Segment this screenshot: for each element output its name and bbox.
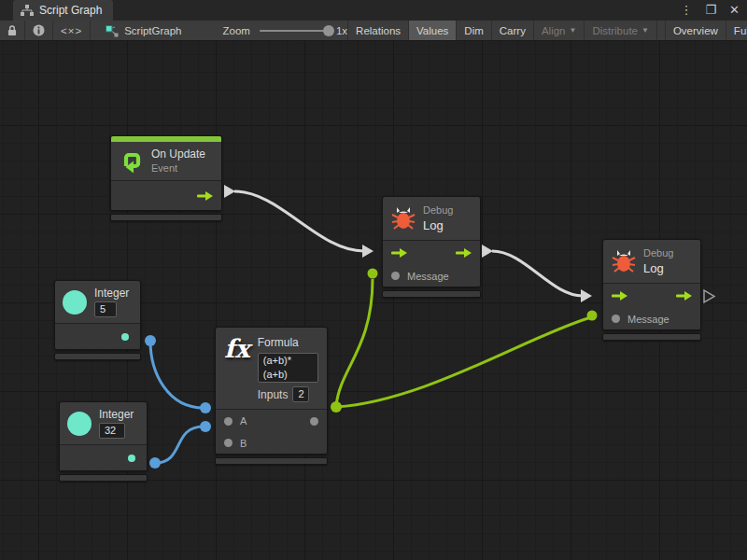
port-dot-integer2-out <box>149 457 161 469</box>
input-port-b[interactable] <box>224 439 233 447</box>
graph-canvas[interactable]: On Update Event Integer <box>0 41 747 560</box>
on-update-loop-icon <box>120 149 144 174</box>
port-label-b: B <box>240 438 247 449</box>
code-brackets-icon: <×> <box>61 25 82 36</box>
arrowhead-log1-in <box>362 245 374 258</box>
integer-value-field[interactable]: 32 <box>99 423 125 439</box>
node-ports <box>55 323 140 349</box>
integer-value-field[interactable]: 5 <box>94 301 117 317</box>
node-subtitle: Event <box>151 162 205 175</box>
integer-type-icon <box>63 290 87 315</box>
formula-expression-field[interactable]: (a+b)*(a+b) <box>258 353 318 383</box>
port-label-message: Message <box>627 314 669 325</box>
value-output-port[interactable] <box>128 455 135 462</box>
info-icon <box>33 24 45 36</box>
lock-button[interactable] <box>0 21 25 40</box>
align-dropdown-button[interactable]: Align▼ <box>534 21 585 40</box>
zoom-slider-knob[interactable] <box>323 25 334 36</box>
node-title: Log <box>643 261 673 275</box>
node-title: Integer <box>94 287 129 300</box>
node-title: Formula <box>258 336 318 349</box>
node-footer <box>54 353 141 360</box>
script-graph-icon <box>106 24 119 37</box>
node-ports <box>60 444 147 470</box>
flow-output-arrow-icon[interactable] <box>197 191 213 201</box>
node-integer-2[interactable]: Integer 32 <box>59 401 148 482</box>
port-label-message: Message <box>407 271 449 282</box>
kebab-menu-icon[interactable]: ⋮ <box>680 0 692 21</box>
relations-button[interactable]: Relations <box>347 21 409 40</box>
toolbar-buttons: Relations Values Dim Carry Align▼ Distri… <box>347 21 747 40</box>
node-formula[interactable]: fx Formula (a+b)*(a+b) Inputs 2 A <box>215 327 328 465</box>
tab-script-graph[interactable]: Script Graph <box>13 0 113 21</box>
distribute-dropdown-button[interactable]: Distribute▼ <box>585 21 657 40</box>
port-label-a: A <box>240 415 247 427</box>
flow-input-arrow-icon[interactable] <box>391 248 407 258</box>
node-integer-1[interactable]: Integer 5 <box>54 280 141 360</box>
fullscreen-button[interactable]: Full Screen <box>726 21 747 40</box>
node-debug-log-2[interactable]: Debug Log Message <box>602 239 701 341</box>
overview-button[interactable]: Overview <box>665 21 726 40</box>
node-ports: Message <box>383 240 480 287</box>
node-debug-log-1[interactable]: Debug Log Message <box>382 196 481 298</box>
message-input-port[interactable] <box>612 315 620 323</box>
zoom-label: Zoom <box>223 25 250 36</box>
node-category: Debug <box>423 204 453 217</box>
port-dot-formula-b-in <box>200 421 211 432</box>
port-triangle-log2-out-unconnected <box>704 290 714 302</box>
flow-input-arrow-icon[interactable] <box>612 291 627 301</box>
zoom-control: Zoom 1x <box>223 21 348 40</box>
window-controls: ⋮ ❐ ✕ <box>680 0 740 21</box>
node-footer <box>215 457 328 465</box>
node-footer <box>602 333 701 341</box>
dropdown-arrow-icon: ▼ <box>570 26 577 35</box>
node-footer <box>59 474 148 482</box>
graph-identity: ScriptGraph <box>106 21 181 40</box>
wire-integer2-to-formula-b <box>155 427 204 463</box>
wire-log1-to-log2 <box>492 251 583 296</box>
wire-onupdate-to-log1 <box>234 191 364 251</box>
inputs-count-field[interactable]: 2 <box>292 386 309 402</box>
node-ports: Message <box>603 283 700 329</box>
flow-output-arrow-icon[interactable] <box>456 248 472 258</box>
script-graph-window: Script Graph ⋮ ❐ ✕ <×> <box>0 0 747 560</box>
inputs-label: Inputs <box>258 388 289 401</box>
code-preview-button[interactable]: <×> <box>53 21 91 40</box>
node-title: Log <box>423 218 453 232</box>
node-category: Debug <box>643 247 673 259</box>
titlebar: Script Graph ⋮ ❐ ✕ <box>0 0 747 21</box>
wire-formula-to-log2-message <box>336 317 591 407</box>
formula-fx-icon: fx <box>224 336 250 361</box>
wire-integer1-to-formula-a <box>150 341 204 408</box>
node-title: On Update <box>151 147 205 161</box>
node-footer <box>382 290 481 298</box>
node-footer <box>110 214 222 221</box>
node-ports: A B <box>216 409 327 454</box>
port-dot-log1-message <box>368 269 378 279</box>
node-on-update[interactable]: On Update Event <box>110 135 222 221</box>
close-icon[interactable]: ✕ <box>729 0 740 21</box>
values-button[interactable]: Values <box>409 21 457 40</box>
wire-formula-to-log1-message <box>336 279 373 406</box>
port-triangle-log1-out <box>482 245 493 258</box>
value-output-port[interactable] <box>121 333 129 341</box>
port-dot-formula-out <box>331 401 342 413</box>
carry-button[interactable]: Carry <box>492 21 534 40</box>
dim-button[interactable]: Dim <box>457 21 491 40</box>
integer-type-icon <box>67 412 92 436</box>
message-input-port[interactable] <box>391 272 400 280</box>
graph-hierarchy-icon <box>21 5 34 16</box>
port-triangle-onupdate-out <box>224 185 235 198</box>
flow-output-arrow-icon[interactable] <box>676 291 692 301</box>
info-button[interactable] <box>25 21 53 40</box>
zoom-value: 1x <box>336 25 347 36</box>
maximize-icon[interactable]: ❐ <box>705 0 716 21</box>
port-dot-integer1-out <box>145 335 156 346</box>
result-output-port[interactable] <box>310 417 318 426</box>
port-dot-formula-a-in <box>200 402 211 413</box>
input-port-a[interactable] <box>224 417 233 426</box>
node-ports <box>111 180 221 210</box>
debug-bug-icon <box>612 250 636 273</box>
zoom-slider[interactable] <box>260 30 332 32</box>
graph-name-label: ScriptGraph <box>124 25 181 36</box>
